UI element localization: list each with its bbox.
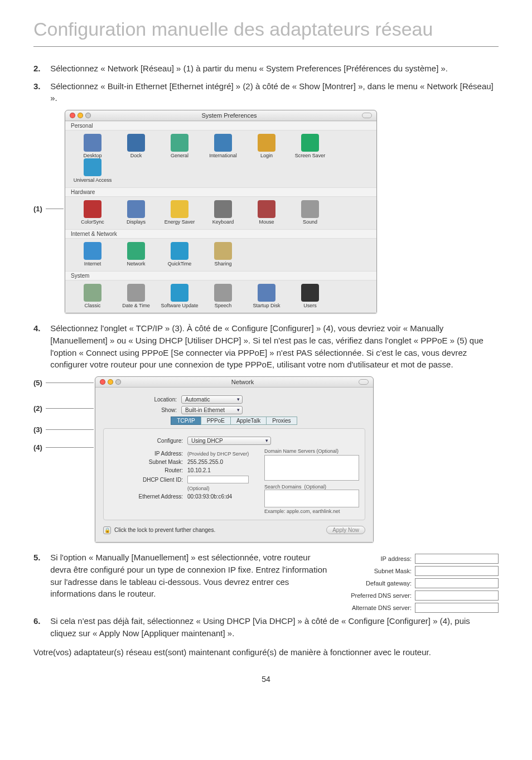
step-2-num: 2. (33, 62, 48, 75)
pref-item-date-time[interactable]: Date & Time (114, 284, 158, 308)
show-select[interactable]: Built-in Ethernet (181, 406, 243, 414)
minimize-icon[interactable] (78, 113, 83, 118)
pref-item-label: Users (288, 303, 332, 308)
callout-2: (2) (33, 404, 42, 413)
keyboard-icon (214, 200, 232, 218)
section-label: Personal (65, 121, 376, 130)
step-5: 5. Si l'option « Manually [Manuellement]… (33, 551, 332, 600)
closing-paragraph: Votre(vos) adaptateur(s) réseau est(sont… (33, 646, 499, 659)
network-titlebar: Network (95, 377, 373, 388)
step-6-num: 6. (33, 615, 48, 627)
general-icon (171, 134, 188, 152)
classic-icon (84, 284, 101, 302)
pref-item-label: Speech (201, 303, 245, 308)
sysprefs-window: System Preferences PersonalDesktopDockGe… (65, 110, 377, 313)
step-3-num: 3. (33, 80, 48, 93)
ip-table-input[interactable] (415, 554, 499, 564)
international-icon (214, 134, 232, 152)
location-select[interactable]: Automatic (181, 395, 243, 404)
pref-item-internet[interactable]: Internet (71, 242, 114, 267)
dhcp-client-input[interactable] (187, 476, 249, 483)
step-2: 2. Sélectionnez « Network [Réseau] » (1)… (33, 62, 499, 75)
pref-item-desktop[interactable]: Desktop (71, 134, 114, 158)
pref-item-general[interactable]: General (158, 134, 201, 158)
search-domains-textarea[interactable] (264, 490, 359, 507)
pref-item-startup-disk[interactable]: Startup Disk (245, 284, 288, 308)
ip-table-label: Default gateway: (342, 580, 415, 587)
step-4-num: 4. (33, 322, 48, 335)
pref-item-label: Screen Saver (288, 153, 332, 158)
dhcp-client-label: DHCP Client ID: (109, 477, 187, 483)
zoom-icon[interactable] (85, 113, 91, 118)
pref-item-label: Universal Access (71, 177, 114, 183)
ip-table-input[interactable] (415, 590, 499, 601)
ip-table-label: Subnet Mask: (342, 568, 415, 574)
pref-item-displays[interactable]: Displays (114, 200, 158, 225)
callout-1: (1) (33, 205, 42, 213)
step-3: 3. Sélectionnez « Built-in Ethernet [Eth… (33, 80, 499, 105)
router-value: 10.10.2.1 (187, 467, 211, 473)
software-update-icon (171, 284, 188, 302)
ip-table-input[interactable] (415, 566, 499, 576)
tab-pppoe[interactable]: PPPoE (201, 417, 231, 425)
pref-item-universal-access[interactable]: Universal Access (71, 158, 114, 183)
pref-item-international[interactable]: International (201, 134, 245, 158)
minimize-icon[interactable] (108, 379, 113, 385)
login-icon (258, 134, 275, 152)
configure-select[interactable]: Using DHCP (187, 437, 271, 445)
pref-item-label: Software Update (158, 303, 201, 308)
toolbar-toggle-icon[interactable] (359, 379, 369, 385)
sysprefs-title: System Preferences (96, 112, 362, 119)
dns-textarea[interactable] (264, 455, 359, 481)
pref-item-label: Keyboard (201, 219, 245, 225)
toolbar-toggle-icon[interactable] (362, 113, 372, 118)
pref-item-energy-saver[interactable]: Energy Saver (158, 200, 201, 225)
lock-text: Click the lock to prevent further change… (114, 527, 215, 533)
tab-tcpip[interactable]: TCP/IP (171, 417, 201, 425)
pref-item-label: Desktop (71, 153, 114, 158)
pref-item-mouse[interactable]: Mouse (245, 200, 288, 225)
users-icon (301, 284, 319, 302)
ip-table-input[interactable] (415, 603, 499, 613)
pref-item-sound[interactable]: Sound (288, 200, 332, 225)
close-icon[interactable] (100, 379, 105, 385)
pref-item-dock[interactable]: Dock (114, 134, 158, 158)
network-tabs: TCP/IP PPPoE AppleTalk Proxies (103, 417, 365, 425)
lock-icon[interactable]: 🔒 (103, 526, 111, 534)
pref-item-label: General (158, 153, 201, 158)
pref-item-quicktime[interactable]: QuickTime (158, 242, 201, 267)
ip-table-input[interactable] (415, 578, 499, 588)
subnet-label: Subnet Mask: (109, 459, 187, 465)
ip-table-row: Subnet Mask: (342, 566, 499, 576)
ip-address-note: (Provided by DHCP Server) (187, 451, 249, 457)
pref-item-classic[interactable]: Classic (71, 284, 114, 308)
tab-appletalk[interactable]: AppleTalk (230, 417, 267, 425)
section-label: Internet & Network (65, 229, 376, 239)
universal-access-icon (84, 158, 101, 176)
pref-item-network[interactable]: Network (114, 242, 158, 267)
apply-now-button[interactable]: Apply Now (326, 526, 365, 534)
pref-item-users[interactable]: Users (288, 284, 332, 308)
pref-item-keyboard[interactable]: Keyboard (201, 200, 245, 225)
search-domains-label: Search Domains (264, 484, 302, 490)
step-2-text: Sélectionnez « Network [Réseau] » (1) à … (50, 62, 497, 75)
startup-disk-icon (258, 284, 275, 302)
energy-saver-icon (171, 200, 188, 218)
callout-4: (4) (33, 443, 42, 452)
speech-icon (214, 284, 232, 302)
pref-item-login[interactable]: Login (245, 134, 288, 158)
close-icon[interactable] (70, 113, 75, 118)
pref-item-speech[interactable]: Speech (201, 284, 245, 308)
callout-5: (5) (33, 379, 42, 387)
step-6: 6. Si cela n'est pas déjà fait, sélectio… (33, 615, 499, 640)
pref-item-screen-saver[interactable]: Screen Saver (288, 134, 332, 158)
zoom-icon[interactable] (115, 379, 121, 385)
pref-item-software-update[interactable]: Software Update (158, 284, 201, 308)
pref-item-label: International (201, 153, 245, 158)
pref-item-colorsync[interactable]: ColorSync (71, 200, 114, 225)
example-note: Example: apple.com, earthlink.net (264, 509, 359, 514)
configure-label: Configure: (109, 438, 187, 444)
pref-item-sharing[interactable]: Sharing (201, 242, 245, 267)
tab-proxies[interactable]: Proxies (266, 417, 297, 425)
pref-item-label: QuickTime (158, 261, 201, 267)
